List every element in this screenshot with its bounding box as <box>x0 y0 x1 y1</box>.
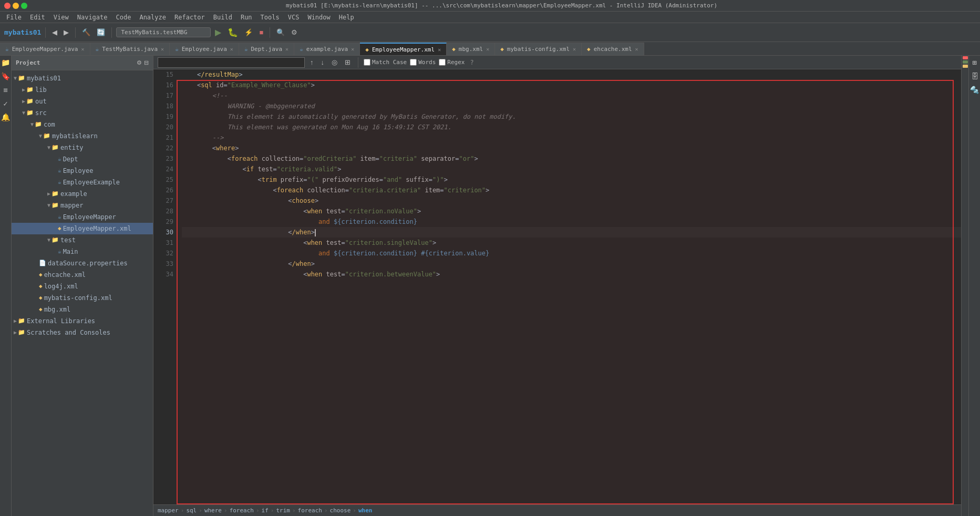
tree-entity[interactable]: ▼ 📁 entity <box>12 142 153 153</box>
tab-close-1[interactable]: ✕ <box>161 46 164 52</box>
settings-button[interactable]: ⚙ <box>289 27 300 37</box>
project-selector[interactable]: mybatis01 <box>4 28 41 36</box>
menu-file[interactable]: File <box>2 12 26 23</box>
tree-example[interactable]: ▶ 📁 example <box>12 188 153 200</box>
tree-employeemapper-java[interactable]: ☕ EmployeeMapper <box>12 211 153 223</box>
words-checkbox[interactable] <box>410 59 417 66</box>
back-button[interactable]: ◀ <box>50 27 59 37</box>
tab-close-4[interactable]: ✕ <box>351 46 354 52</box>
close-button[interactable] <box>4 3 11 9</box>
regex-option[interactable]: Regex <box>439 59 465 66</box>
gradle-icon[interactable]: 🔩 <box>970 85 979 95</box>
menu-refactor[interactable]: Refactor <box>170 12 209 23</box>
debug-button[interactable]: 🐛 <box>225 26 240 38</box>
words-option[interactable]: Words <box>410 59 436 66</box>
breadcrumb-where[interactable]: where <box>204 507 222 514</box>
tree-external-libs[interactable]: ▶ 📁 External Libraries <box>12 315 153 327</box>
tree-ehcache[interactable]: ◆ ehcache.xml <box>12 269 153 281</box>
tab-close-5[interactable]: ✕ <box>438 47 441 53</box>
collapse-icon[interactable]: ⊟ <box>144 59 149 66</box>
run-config-selector[interactable]: TestMyBatis.testMBG <box>116 27 211 37</box>
tab-example-java[interactable]: ☕ example.java ✕ <box>294 43 360 55</box>
search-everywhere[interactable]: 🔍 <box>274 27 287 37</box>
tree-dept[interactable]: ☕ Dept <box>12 153 153 165</box>
menu-run[interactable]: Run <box>236 12 256 23</box>
tree-out[interactable]: ▶ 📁 out <box>12 96 153 107</box>
maximize-button[interactable] <box>21 3 27 9</box>
tab-close-3[interactable]: ✕ <box>285 46 288 52</box>
menu-view[interactable]: View <box>49 12 73 23</box>
stop-button[interactable]: ■ <box>257 27 265 37</box>
database-icon[interactable]: 🗄 <box>970 71 979 81</box>
menu-code[interactable]: Code <box>112 12 136 23</box>
tree-mybatis-config[interactable]: ◆ mybatis-config.xml <box>12 292 153 304</box>
structure-icon[interactable]: ≡ <box>1 85 11 95</box>
search-highlight[interactable]: ◎ <box>329 57 339 67</box>
menu-build[interactable]: Build <box>209 12 236 23</box>
tab-close-7[interactable]: ✕ <box>573 46 576 52</box>
breadcrumb-mapper[interactable]: mapper <box>158 507 179 514</box>
tree-employeeexample[interactable]: ☕ EmployeeExample <box>12 177 153 188</box>
tree-scratches[interactable]: ▶ 📁 Scratches and Consoles <box>12 327 153 338</box>
search-next[interactable]: ↓ <box>319 57 327 67</box>
tree-employeemapper-xml[interactable]: ◆ EmployeeMapper.xml <box>12 223 153 234</box>
tree-root[interactable]: ▼ 📁 mybatis01 <box>12 73 153 84</box>
profile-button[interactable]: ⚡ <box>242 27 255 37</box>
tab-close-8[interactable]: ✕ <box>635 46 638 52</box>
tree-lib[interactable]: ▶ 📁 lib <box>12 84 153 96</box>
menu-help[interactable]: Help <box>335 12 358 23</box>
notification-icon[interactable]: 🔔 <box>1 112 11 122</box>
breadcrumb-foreach1[interactable]: foreach <box>230 507 254 514</box>
search-prev[interactable]: ↑ <box>308 57 316 67</box>
run-button[interactable]: ▶ <box>213 26 223 38</box>
menu-analyze[interactable]: Analyze <box>135 12 170 23</box>
tab-testmybatis-java[interactable]: ☕ TestMyBatis.java ✕ <box>90 43 170 55</box>
tree-log4j[interactable]: ◆ log4j.xml <box>12 281 153 292</box>
code-lines[interactable]: </resultMap> <sql id="Example_Where_Clau… <box>180 69 961 504</box>
tab-close-2[interactable]: ✕ <box>230 46 233 52</box>
forward-button[interactable]: ▶ <box>61 27 71 37</box>
tab-employee-java[interactable]: ☕ Employee.java ✕ <box>170 43 239 55</box>
project-view-icon[interactable]: 📁 <box>1 58 11 67</box>
tree-mybatislearn[interactable]: ▼ 📁 mybatislearn <box>12 130 153 142</box>
tree-mbg[interactable]: ◆ mbg.xml <box>12 304 153 315</box>
tree-test[interactable]: ▼ 📁 test <box>12 234 153 246</box>
tree-src[interactable]: ▼ 📁 src <box>12 107 153 119</box>
search-filter[interactable]: ⊞ <box>343 57 353 67</box>
tab-employeemapper-xml[interactable]: ◆ EmployeeMapper.xml ✕ <box>360 43 447 55</box>
menu-window[interactable]: Window <box>303 12 334 23</box>
tree-datasource[interactable]: 📄 dataSource.properties <box>12 257 153 269</box>
match-case-option[interactable]: Match Case <box>364 59 407 66</box>
menu-tools[interactable]: Tools <box>256 12 284 23</box>
breadcrumb-sql[interactable]: sql <box>186 507 197 514</box>
tab-mybatis-config[interactable]: ◆ mybatis-config.xml ✕ <box>495 43 582 55</box>
bookmark-icon[interactable]: 🔖 <box>1 71 11 81</box>
build-button[interactable]: 🔨 <box>80 27 92 37</box>
breadcrumb-trim[interactable]: trim <box>276 507 290 514</box>
breadcrumb-choose[interactable]: choose <box>330 507 351 514</box>
tree-main[interactable]: ☕ Main <box>12 246 153 257</box>
tab-close-0[interactable]: ✕ <box>81 46 84 52</box>
terminal-icon[interactable]: ⊞ <box>970 58 979 67</box>
tab-close-6[interactable]: ✕ <box>486 46 489 52</box>
breadcrumb-foreach2[interactable]: foreach <box>298 507 322 514</box>
search-input[interactable] <box>158 57 305 68</box>
menu-vcs[interactable]: VCS <box>284 12 304 23</box>
tree-employee[interactable]: ☕ Employee <box>12 165 153 177</box>
match-case-checkbox[interactable] <box>364 59 370 66</box>
tab-employeemapper-java[interactable]: ☕ EmployeeMapper.java ✕ <box>0 43 90 55</box>
tab-ehcache[interactable]: ◆ ehcache.xml ✕ <box>582 43 644 55</box>
menu-edit[interactable]: Edit <box>26 12 49 23</box>
menu-navigate[interactable]: Navigate <box>73 12 112 23</box>
breadcrumb-when[interactable]: when <box>358 507 373 514</box>
todo-icon[interactable]: ✓ <box>1 99 11 108</box>
breadcrumb-if[interactable]: if <box>262 507 269 514</box>
settings-icon[interactable]: ⚙ <box>137 59 142 66</box>
tab-mbg-xml[interactable]: ◆ mbg.xml ✕ <box>447 43 495 55</box>
minimize-button[interactable] <box>13 3 19 9</box>
window-controls[interactable] <box>4 3 27 9</box>
tab-dept-java[interactable]: ☕ Dept.java ✕ <box>239 43 294 55</box>
regex-checkbox[interactable] <box>439 59 446 66</box>
tree-com[interactable]: ▼ 📁 com <box>12 119 153 130</box>
code-editor[interactable]: 15 16 17 18 19 20 21 22 23 24 25 26 27 2… <box>153 69 961 504</box>
